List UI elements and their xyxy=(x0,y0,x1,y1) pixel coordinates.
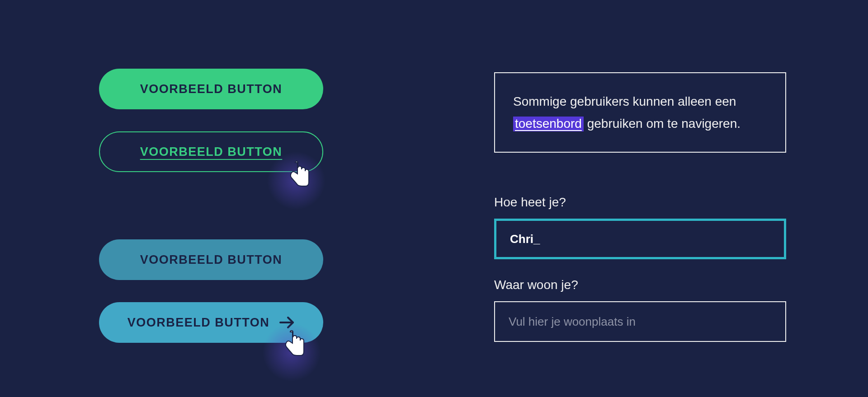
example-button-teal-hover[interactable]: VOORBEELD BUTTON xyxy=(99,302,323,343)
text-caret: _ xyxy=(533,232,540,246)
example-button-green-solid[interactable]: VOORBEELD BUTTON xyxy=(99,69,323,109)
info-text-before: Sommige gebruikers kunnen alleen een xyxy=(513,94,736,108)
example-button-green-outline-hover[interactable]: VOORBEELD BUTTON xyxy=(99,131,323,172)
info-link-keyboard[interactable]: toetsenbord xyxy=(513,117,584,131)
button-label: VOORBEELD BUTTON xyxy=(140,253,283,267)
name-input-value: Chri xyxy=(510,232,533,246)
button-label: VOORBEELD BUTTON xyxy=(140,82,283,96)
city-input[interactable]: Vul hier je woonplaats in xyxy=(494,301,786,342)
city-field-label: Waar woon je? xyxy=(494,278,578,292)
name-field-label: Hoe heet je? xyxy=(494,195,566,210)
info-box: Sommige gebruikers kunnen alleen een toe… xyxy=(494,72,786,153)
arrow-right-icon xyxy=(279,316,295,329)
button-label: VOORBEELD BUTTON xyxy=(140,145,283,159)
name-input[interactable]: Chri_ xyxy=(494,219,786,259)
button-label: VOORBEELD BUTTON xyxy=(127,316,270,330)
example-button-teal-muted[interactable]: VOORBEELD BUTTON xyxy=(99,239,323,280)
city-input-placeholder: Vul hier je woonplaats in xyxy=(509,315,636,329)
info-text-after: gebruiken om te navigeren. xyxy=(584,117,741,131)
